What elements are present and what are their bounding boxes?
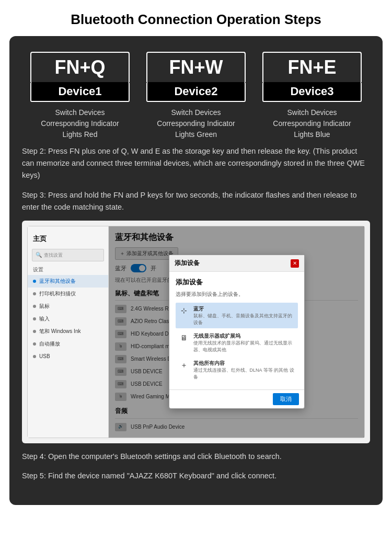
key-desc-3: Switch Devices Corresponding Indicator L… bbox=[273, 107, 351, 140]
ss-dialog-cancel-button[interactable]: 取消 bbox=[273, 393, 299, 405]
step3-text: Step 3: Press and hold the FN and P keys… bbox=[22, 189, 370, 213]
ss-dialog-other-name: 其他所有内容 bbox=[193, 360, 295, 367]
ss-dialog-wireless-display-name: 无线显示器或扩展坞 bbox=[193, 332, 295, 340]
ss-dialog-overlay: 添加设备 ✕ 添加设备 选择要添加到设备上的设备。 ⊹ 蓝牙 bbox=[109, 226, 364, 438]
key-combo-wrapper-2: FN+W Device2 bbox=[146, 52, 246, 102]
ss-dialog-item-other[interactable]: ＋ 其他所有内容 通过无线连接器、红外线、DLNA 等等 的其他 设备 bbox=[176, 357, 298, 383]
ss-add-device-dialog: 添加设备 ✕ 添加设备 选择要添加到设备上的设备。 ⊹ 蓝牙 bbox=[169, 255, 305, 409]
key-desc-line1-3: Switch Devices bbox=[273, 107, 351, 118]
step2-text: Step 2: Press FN plus one of Q, W and E … bbox=[22, 145, 370, 182]
key-desc-line3-2: Lights Green bbox=[157, 129, 235, 140]
ss-sidebar-search[interactable]: 🔍 查找设置 bbox=[32, 249, 104, 261]
usb-icon-dot bbox=[33, 355, 36, 358]
ss-sidebar-input-label: 输入 bbox=[39, 315, 50, 323]
key-row: FN+Q Device1 Switch Devices Correspondin… bbox=[22, 52, 370, 140]
search-placeholder-text: 查找设置 bbox=[44, 251, 63, 259]
ss-sidebar-usb-label: USB bbox=[39, 352, 50, 361]
key-block-1: FN+Q Device1 Switch Devices Correspondin… bbox=[30, 52, 130, 140]
main-card: FN+Q Device1 Switch Devices Correspondin… bbox=[9, 36, 383, 505]
key-combo-wrapper-1: FN+Q Device1 bbox=[30, 52, 130, 102]
ss-sidebar-item-pen[interactable]: 笔和 Windows Ink bbox=[28, 325, 108, 338]
ss-sidebar-item-input[interactable]: 输入 bbox=[28, 313, 108, 325]
ss-dialog-subtitle-text: 添加设备 bbox=[176, 277, 298, 288]
screenshot-inner: 主页 🔍 查找设置 设置 蓝牙和其他设备 打印机和扫描仪 bbox=[27, 226, 365, 438]
key-block-2: FN+W Device2 Switch Devices Correspondin… bbox=[146, 52, 246, 140]
key-block-3: FN+E Device3 Switch Devices Correspondin… bbox=[262, 52, 362, 140]
step4-text: Step 4: Open the computer's Bluetooth se… bbox=[22, 451, 370, 463]
ss-dialog-other-detail: 通过无线连接器、红外线、DLNA 等等 的其他 设备 bbox=[193, 367, 295, 380]
key-device-3: Device3 bbox=[262, 82, 362, 102]
key-desc-line3-3: Lights Blue bbox=[273, 129, 351, 140]
key-desc-1: Switch Devices Corresponding Indicator L… bbox=[41, 107, 119, 140]
ss-sidebar-item-autoplay[interactable]: 自动播放 bbox=[28, 338, 108, 350]
key-desc-line1-1: Switch Devices bbox=[41, 107, 119, 118]
ss-sidebar-header: 主页 bbox=[28, 231, 108, 247]
bluetooth-device-icon: ⊹ bbox=[179, 305, 189, 316]
key-combo-1: FN+Q bbox=[30, 52, 130, 82]
ss-dialog-desc-text: 选择要添加到设备上的设备。 bbox=[176, 290, 298, 299]
ss-dialog-wireless-display-text: 无线显示器或扩展坞 使用无线技术的显示器和扩展坞、通过无线显示器、电视或其他 bbox=[193, 332, 295, 353]
ss-dialog-bluetooth-detail: 鼠标、键盘、手机、音频设备及其他支持蓝牙的设备 bbox=[193, 313, 295, 326]
ss-dialog-title-label: 添加设备 bbox=[175, 258, 200, 268]
ss-settings-label: 设置 bbox=[28, 263, 108, 275]
ss-dialog-item-wireless-display[interactable]: 🖥 无线显示器或扩展坞 使用无线技术的显示器和扩展坞、通过无线显示器、电视或其他 bbox=[176, 330, 298, 355]
input-icon-dot bbox=[33, 317, 36, 320]
key-combo-wrapper-3: FN+E Device3 bbox=[262, 52, 362, 102]
key-device-1: Device1 bbox=[30, 82, 130, 102]
pen-icon-dot bbox=[33, 330, 36, 333]
search-icon: 🔍 bbox=[36, 251, 42, 259]
ss-dialog-wireless-display-detail: 使用无线技术的显示器和扩展坞、通过无线显示器、电视或其他 bbox=[193, 340, 295, 353]
mouse-icon-dot bbox=[33, 305, 36, 308]
printer-icon-dot bbox=[33, 292, 36, 295]
ss-dialog-bluetooth-text: 蓝牙 鼠标、键盘、手机、音频设备及其他支持蓝牙的设备 bbox=[193, 305, 295, 326]
ss-sidebar-pen-label: 笔和 Windows Ink bbox=[39, 327, 80, 336]
wireless-display-icon: 🖥 bbox=[179, 332, 189, 343]
ss-dialog-other-text: 其他所有内容 通过无线连接器、红外线、DLNA 等等 的其他 设备 bbox=[193, 360, 295, 380]
screenshot-box: 主页 🔍 查找设置 设置 蓝牙和其他设备 打印机和扫描仪 bbox=[22, 221, 370, 443]
ss-dialog-header: 添加设备 ✕ bbox=[169, 255, 304, 272]
ss-dialog-footer: 取消 bbox=[169, 389, 304, 408]
other-device-icon: ＋ bbox=[179, 360, 189, 370]
key-desc-line3-1: Lights Red bbox=[41, 129, 119, 140]
key-desc-2: Switch Devices Corresponding Indicator L… bbox=[157, 107, 235, 140]
ss-dialog-body: 添加设备 选择要添加到设备上的设备。 ⊹ 蓝牙 鼠标、键盘、手机、音频设备及其他… bbox=[169, 272, 304, 389]
key-desc-line2-3: Corresponding Indicator bbox=[273, 118, 351, 129]
ss-dialog-close-button[interactable]: ✕ bbox=[291, 259, 299, 268]
page-title: Bluetooth Connection Operation Steps bbox=[0, 0, 392, 36]
ss-sidebar-item-mouse[interactable]: 鼠标 bbox=[28, 300, 108, 313]
ss-sidebar-item-bluetooth[interactable]: 蓝牙和其他设备 bbox=[28, 275, 108, 288]
key-combo-2: FN+W bbox=[146, 52, 246, 82]
ss-sidebar-item-usb[interactable]: USB bbox=[28, 350, 108, 363]
ss-sidebar: 主页 🔍 查找设置 设置 蓝牙和其他设备 打印机和扫描仪 bbox=[28, 226, 109, 438]
key-desc-line2-1: Corresponding Indicator bbox=[41, 118, 119, 129]
key-desc-line1-2: Switch Devices bbox=[157, 107, 235, 118]
ss-sidebar-printer-label: 打印机和扫描仪 bbox=[39, 290, 76, 298]
ss-sidebar-item-printer[interactable]: 打印机和扫描仪 bbox=[28, 288, 108, 300]
ss-dialog-bluetooth-name: 蓝牙 bbox=[193, 305, 295, 313]
ss-sidebar-mouse-label: 鼠标 bbox=[39, 302, 50, 311]
step5-text: Step 5: Find the device named "AJAZZ K68… bbox=[22, 470, 370, 482]
bluetooth-icon-dot bbox=[33, 280, 36, 283]
key-combo-3: FN+E bbox=[262, 52, 362, 82]
ss-sidebar-bluetooth-label: 蓝牙和其他设备 bbox=[39, 277, 76, 285]
ss-main: 蓝牙和其他设备 ＋ 添加蓝牙或其他设备 蓝牙 开 现在可以在已开启蓝牙的MARK… bbox=[109, 226, 364, 438]
ss-dialog-item-bluetooth[interactable]: ⊹ 蓝牙 鼠标、键盘、手机、音频设备及其他支持蓝牙的设备 bbox=[176, 303, 298, 328]
autoplay-icon-dot bbox=[33, 342, 36, 346]
ss-sidebar-autoplay-label: 自动播放 bbox=[39, 340, 60, 348]
key-desc-line2-2: Corresponding Indicator bbox=[157, 118, 235, 129]
key-device-2: Device2 bbox=[146, 82, 246, 102]
steps-section: Step 2: Press FN plus one of Q, W and E … bbox=[22, 145, 370, 482]
